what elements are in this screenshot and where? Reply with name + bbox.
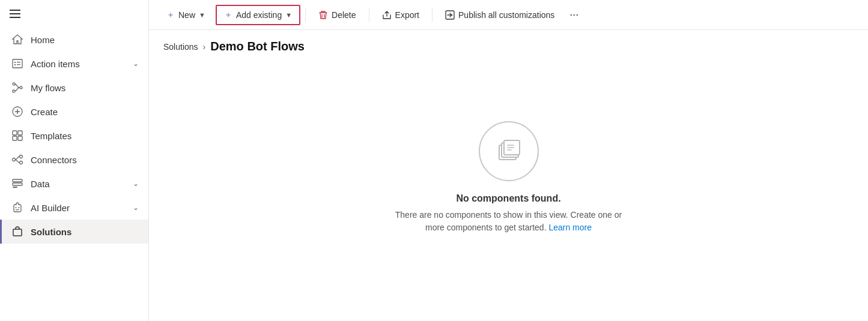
breadcrumb-parent[interactable]: Solutions [163,42,198,52]
svg-point-12 [13,158,16,161]
hamburger-menu[interactable] [0,2,148,25]
svg-rect-10 [13,136,17,140]
delete-label: Delete [332,10,356,20]
data-icon [11,178,23,190]
export-button[interactable]: Export [374,6,427,24]
svg-rect-3 [13,59,22,68]
sidebar-item-connectors[interactable]: Connectors [0,148,148,172]
empty-state-description: There are no components to show in this … [395,209,623,234]
ai-icon [11,202,23,214]
sidebar-item-connectors-label: Connectors [31,155,139,165]
svg-rect-2 [10,17,20,18]
sidebar-item-create-label: Create [31,107,139,117]
sidebar-item-data-label: Data [31,179,126,189]
template-icon [11,130,23,142]
sidebar-item-action-items-label: Action items [31,59,126,69]
solutions-icon [11,226,23,238]
home-icon [11,34,23,46]
new-button-label: New [178,10,195,20]
publish-button[interactable]: Publish all customizations [437,6,562,24]
toolbar-divider-1 [305,8,306,22]
empty-state-title: No components found. [456,193,560,204]
svg-point-19 [19,207,20,208]
learn-more-link[interactable]: Learn more [548,223,592,232]
svg-rect-1 [10,13,20,14]
sidebar-item-templates-label: Templates [31,131,139,141]
plus-icon: ＋ [166,10,175,20]
chevron-down-icon: ⌄ [133,203,139,212]
svg-rect-17 [13,187,17,188]
sidebar-item-home[interactable]: Home [0,28,148,52]
flow-icon [11,82,23,94]
add-chevron-icon: ▼ [285,11,292,19]
svg-point-13 [20,155,23,158]
sidebar-item-solutions-label: Solutions [31,227,139,237]
svg-point-6 [13,90,15,92]
toolbar: ＋ New ▼ ＋ Add existing ▼ Delete [149,0,868,30]
chevron-down-icon: ⌄ [133,59,139,68]
breadcrumb-separator: › [203,42,206,52]
empty-state: No components found. There are no compon… [163,68,854,311]
sidebar-item-ai-builder-label: AI Builder [31,203,126,213]
svg-point-4 [13,83,15,85]
sidebar-item-data[interactable]: Data ⌄ [0,172,148,196]
action-icon [11,58,23,70]
svg-rect-20 [13,229,22,236]
sidebar-item-create[interactable]: Create [0,100,148,124]
sidebar-item-solutions[interactable]: Solutions [0,220,148,244]
chevron-down-icon: ⌄ [133,179,139,188]
connector-icon [11,154,23,166]
svg-point-18 [16,207,17,208]
breadcrumb-current: Demo Bot Flows [210,40,305,53]
new-button[interactable]: ＋ New ▼ [159,5,213,25]
empty-state-icon-circle [479,121,539,181]
svg-rect-8 [13,131,17,135]
svg-rect-15 [13,179,22,182]
more-options-button[interactable]: ··· [565,5,583,25]
svg-rect-11 [18,136,22,140]
export-label: Export [395,10,419,20]
toolbar-divider-3 [432,8,432,22]
publish-icon [445,10,455,20]
delete-button[interactable]: Delete [311,6,363,24]
main-content: ＋ New ▼ ＋ Add existing ▼ Delete [149,0,868,321]
svg-point-14 [20,161,23,164]
content-area: Solutions › Demo Bot Flows No components… [149,30,868,321]
sidebar-item-action-items[interactable]: Action items ⌄ [0,52,148,76]
new-chevron-icon: ▼ [199,11,205,19]
sidebar-item-home-label: Home [31,35,139,45]
trash-icon [318,10,328,20]
svg-point-5 [20,86,22,89]
add-existing-button[interactable]: ＋ Add existing ▼ [216,5,300,25]
toolbar-divider-2 [369,8,369,22]
export-icon [382,10,392,20]
breadcrumb: Solutions › Demo Bot Flows [163,40,854,53]
sidebar-item-my-flows[interactable]: My flows [0,76,148,100]
sidebar-item-my-flows-label: My flows [31,83,139,93]
sidebar-item-templates[interactable]: Templates [0,124,148,148]
svg-rect-9 [18,131,22,135]
add-existing-label: Add existing [236,10,282,20]
svg-rect-16 [13,183,22,185]
add-plus-icon: ＋ [224,10,232,20]
create-icon [11,106,23,118]
svg-rect-0 [10,10,20,11]
sidebar-item-ai-builder[interactable]: AI Builder ⌄ [0,196,148,220]
ellipsis-icon: ··· [569,8,578,21]
publish-label: Publish all customizations [458,10,554,20]
sidebar: Home Action items ⌄ My flows [0,0,149,321]
